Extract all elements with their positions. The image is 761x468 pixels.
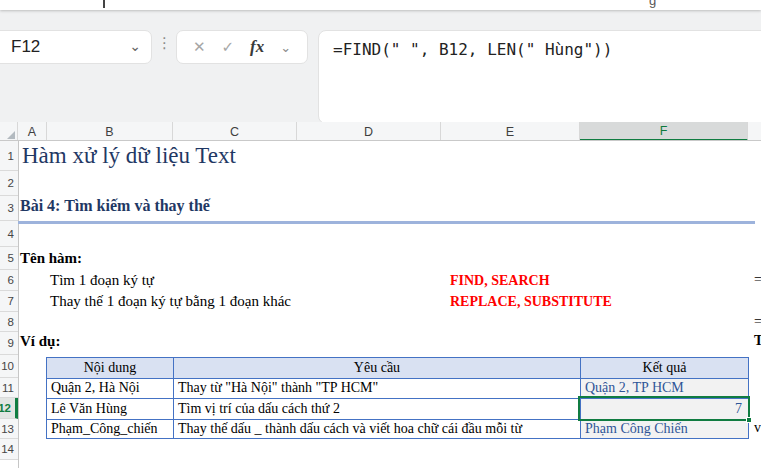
- cancel-icon[interactable]: ✕: [193, 38, 206, 56]
- cell-c12[interactable]: Tìm vị trí của dấu cách thứ 2: [178, 398, 578, 419]
- column-header-b[interactable]: B: [47, 122, 173, 141]
- clipped-cell-fragment: =: [754, 314, 761, 330]
- heading-underline: [18, 221, 755, 224]
- column-header-border: [0, 140, 761, 141]
- cell-ten-ham-label[interactable]: Tên hàm:: [20, 250, 82, 267]
- column-header-g-sliver[interactable]: [748, 122, 761, 141]
- row-header-1[interactable]: 1: [0, 141, 18, 171]
- chevron-down-icon[interactable]: ⌄: [129, 38, 141, 54]
- cell-c13[interactable]: Thay thế dấu _ thành dấu cách và viết ho…: [178, 419, 578, 439]
- cell-function-names-2[interactable]: REPLACE, SUBSTITUTE: [450, 294, 612, 310]
- cell-f11[interactable]: Quận 2, TP HCM: [585, 378, 745, 398]
- name-box[interactable]: F12 ⌄: [0, 30, 152, 64]
- ribbon-clipped-glyph: g: [649, 0, 656, 8]
- row-header-7[interactable]: 7: [0, 291, 18, 312]
- ribbon-bottom-edge: g: [0, 0, 761, 10]
- column-header-a[interactable]: A: [18, 122, 47, 141]
- row-header-9[interactable]: 9: [0, 332, 18, 355]
- row-header-5[interactable]: 5: [0, 247, 18, 270]
- column-header-f-selected[interactable]: F: [580, 122, 748, 141]
- cell-section-heading[interactable]: Bài 4: Tìm kiếm và thay thế: [20, 197, 210, 215]
- row-header-13[interactable]: 13: [0, 419, 18, 439]
- row-header-6[interactable]: 6: [0, 270, 18, 291]
- active-cell-border[interactable]: [578, 396, 750, 421]
- table-header-ket-qua[interactable]: Kết quả: [581, 358, 748, 378]
- cell-sheet-title[interactable]: Hàm xử lý dữ liệu Text: [22, 143, 236, 169]
- formula-bar-area: F12 ⌄ ⋮ ✕ ✓ fx ⌄ =FIND(" ", B12, LEN(" H…: [0, 10, 761, 122]
- cell-b13[interactable]: Phạm_Công_chiến: [51, 419, 171, 439]
- formula-bar-drag-handle[interactable]: ⋮: [157, 34, 172, 52]
- row-header-8[interactable]: 8: [0, 312, 18, 332]
- table-header-noi-dung[interactable]: Nội dung: [47, 358, 173, 378]
- cell-vi-du-label[interactable]: Ví dụ:: [20, 333, 60, 350]
- column-header-d[interactable]: D: [297, 122, 441, 141]
- fill-handle[interactable]: [746, 417, 752, 423]
- cell-b12[interactable]: Lê Văn Hùng: [51, 398, 171, 419]
- table-header-yeu-cau[interactable]: Yêu cầu: [174, 358, 580, 378]
- cell-b11[interactable]: Quận 2, Hà Nội: [51, 378, 171, 398]
- enter-icon[interactable]: ✓: [221, 38, 234, 56]
- ribbon-clipped-mark: [103, 0, 105, 8]
- cell-c11[interactable]: Thay từ "Hà Nội" thành "TP HCM": [178, 378, 578, 398]
- select-all-corner[interactable]: [0, 122, 18, 141]
- row-header-2[interactable]: 2: [0, 171, 18, 196]
- cell-function-names-1[interactable]: FIND, SEARCH: [450, 273, 550, 289]
- row-header-3[interactable]: 3: [0, 196, 18, 221]
- formula-buttons: ✕ ✓ fx ⌄: [176, 30, 308, 64]
- column-header-e[interactable]: E: [441, 122, 580, 141]
- cell-function-desc-1[interactable]: Tìm 1 đoạn ký tự: [50, 272, 154, 289]
- name-box-value: F12: [11, 37, 40, 57]
- chevron-down-icon[interactable]: ⌄: [280, 40, 291, 55]
- insert-function-icon[interactable]: fx: [250, 37, 264, 57]
- formula-input[interactable]: =FIND(" ", B12, LEN(" Hùng")): [318, 30, 761, 124]
- clipped-cell-fragment: v: [754, 420, 761, 436]
- cell-f13[interactable]: Phạm Công Chiến: [585, 419, 745, 439]
- clipped-cell-fragment: T: [754, 333, 761, 349]
- row-header-11[interactable]: 11: [0, 378, 18, 398]
- row-header-4[interactable]: 4: [0, 221, 18, 247]
- row-header-border: [18, 141, 19, 468]
- cell-function-desc-2[interactable]: Thay thế 1 đoạn ký tự bằng 1 đoạn khác: [50, 293, 291, 310]
- excel-window: g F12 ⌄ ⋮ ✕ ✓ fx ⌄ =FIND(" ", B12, LEN("…: [0, 0, 761, 468]
- formula-text: =FIND(" ", B12, LEN(" Hùng")): [319, 31, 761, 59]
- row-header-12-selected[interactable]: 12: [0, 398, 18, 419]
- clipped-cell-fragment: =: [754, 272, 761, 288]
- row-header-14[interactable]: 14: [0, 439, 18, 460]
- row-header-10[interactable]: 10: [0, 355, 18, 378]
- column-header-c[interactable]: C: [173, 122, 297, 141]
